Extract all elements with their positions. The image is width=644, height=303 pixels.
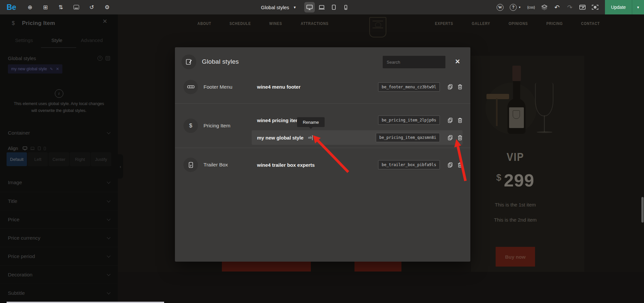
chevron-down-icon: ▼	[293, 6, 296, 9]
row-type: Trailer Box	[183, 158, 257, 172]
row-type-label: Pricing Item	[204, 123, 230, 129]
style-row-footer-menu: Footer Menu wine4 menu footer be_footer_…	[175, 70, 470, 104]
toolbar-left-icons: ⊕ ⊞ ⇅ ↺ ⚙	[27, 4, 110, 11]
view-selector-label: Global styles	[261, 5, 289, 10]
search-input[interactable]	[383, 56, 445, 68]
laptop-device-button[interactable]	[316, 2, 327, 12]
copy-icon[interactable]	[448, 118, 453, 123]
pricing-item-icon: $	[183, 119, 198, 133]
settings-gear-icon[interactable]: ⚙	[104, 4, 110, 11]
update-button[interactable]: Update	[605, 0, 632, 14]
style-entry: wine4 trailer box experts be_trailer_box…	[257, 160, 462, 169]
style-name-editing[interactable]: my new global style ab	[257, 135, 376, 141]
toolbar-right-icons: W ? ▼ {css} ↶ ↷	[497, 4, 598, 11]
global-styles-board-icon	[182, 54, 196, 69]
style-id-badge: be_pricing_item_qazsmn8i	[376, 133, 440, 142]
preview-focus-icon[interactable]	[592, 5, 598, 10]
style-name-text: my new global style	[257, 135, 304, 141]
modal-header: Global styles ✕	[175, 47, 470, 70]
export-window-icon[interactable]	[579, 5, 586, 10]
toolbar-right: W ? ▼ {css} ↶ ↷ Update ▼	[497, 0, 644, 14]
view-selector-dropdown[interactable]: Global styles ▼	[261, 5, 296, 10]
be-builder-window: Be ⊕ ⊞ ⇅ ↺ ⚙ Global styles ▼	[0, 0, 644, 303]
css-icon[interactable]: {css}	[527, 5, 535, 9]
footer-menu-icon	[183, 80, 198, 94]
redo-icon[interactable]: ↷	[567, 4, 573, 11]
layout-grid-icon[interactable]: ⊞	[42, 4, 49, 11]
layers-icon[interactable]	[541, 5, 547, 10]
help-dropdown[interactable]: ? ▼	[510, 4, 521, 11]
top-toolbar: Be ⊕ ⊞ ⇅ ↺ ⚙ Global styles ▼	[0, 0, 644, 14]
trash-icon[interactable]	[458, 135, 462, 141]
toolbar-center: Global styles ▼	[261, 0, 351, 14]
rename-tooltip-label: Rename	[303, 120, 319, 125]
trash-icon[interactable]	[458, 162, 462, 168]
modal-title: Global styles	[202, 58, 239, 65]
row-type: $ Pricing Item	[183, 119, 257, 133]
style-entry: wine4 menu footer be_footer_menu_cz3btw9…	[257, 82, 462, 92]
row-type: Footer Menu	[183, 80, 257, 94]
add-element-icon[interactable]: ⊕	[27, 4, 33, 11]
style-entry-editing: my new global style ab be_pricing_item_q…	[252, 130, 462, 145]
horizontal-scrollbar[interactable]	[7, 302, 164, 303]
tablet-device-button[interactable]	[329, 2, 339, 12]
rename-tooltip: Rename	[297, 117, 325, 127]
row-type-label: Trailer Box	[204, 162, 228, 168]
style-entry: wine4 pricing item be_pricing_item_2lpjp…	[257, 111, 462, 130]
style-id-badge: be_footer_menu_cz3btw9l	[378, 82, 440, 92]
close-icon[interactable]: ✕	[455, 58, 460, 65]
copy-icon[interactable]	[448, 162, 453, 168]
style-id-badge: be_pricing_item_2lpjp0s	[378, 116, 440, 125]
trash-icon[interactable]	[458, 84, 462, 90]
undo-icon[interactable]: ↶	[554, 4, 560, 11]
style-row-trailer-box: Trailer Box wine4 trailer box experts be…	[175, 148, 470, 182]
device-switcher	[304, 2, 351, 12]
vertical-scrollbar-thumb[interactable]	[641, 197, 644, 223]
chevron-down-icon: ▼	[518, 6, 521, 9]
desktop-device-button[interactable]	[304, 2, 315, 12]
text-cursor: ab	[308, 135, 313, 140]
trailer-box-icon	[183, 158, 198, 172]
style-name[interactable]: wine4 trailer box experts	[257, 162, 378, 168]
help-icon: ?	[510, 4, 517, 11]
copy-icon[interactable]	[448, 135, 453, 141]
history-icon[interactable]: ↺	[88, 4, 95, 11]
global-styles-modal: Global styles ✕ Footer Menu wine4 menu f…	[175, 47, 470, 262]
trash-icon[interactable]	[458, 118, 462, 123]
reorder-icon[interactable]: ⇅	[57, 4, 64, 11]
wordpress-icon[interactable]: W	[497, 4, 504, 11]
style-id-badge: be_trailer_box_pibfa9ls	[378, 160, 440, 169]
style-name[interactable]: wine4 menu footer	[257, 84, 378, 90]
template-icon[interactable]	[73, 4, 79, 11]
phone-device-button[interactable]	[341, 2, 351, 12]
update-options-caret[interactable]: ▼	[632, 0, 644, 14]
be-logo[interactable]: Be	[7, 3, 16, 12]
copy-icon[interactable]	[448, 84, 453, 90]
row-type-label: Footer Menu	[204, 84, 232, 90]
